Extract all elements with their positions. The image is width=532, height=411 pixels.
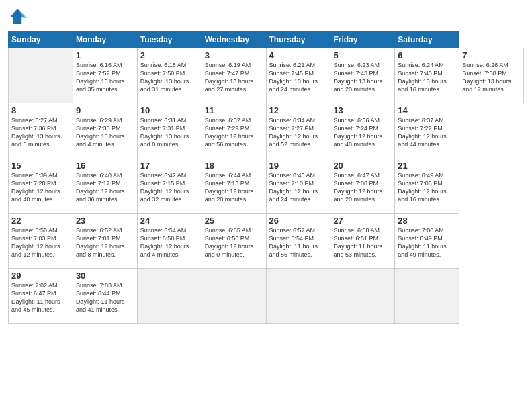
day-cell-15: 15Sunrise: 6:39 AMSunset: 7:20 PMDayligh… — [9, 158, 73, 214]
day-cell-24: 24Sunrise: 6:54 AMSunset: 6:58 PMDayligh… — [137, 214, 202, 269]
day-number: 1 — [76, 50, 134, 60]
empty-cell — [137, 269, 202, 324]
cell-info: Sunrise: 7:00 AMSunset: 6:49 PMDaylight:… — [398, 227, 447, 258]
cell-info: Sunrise: 6:58 AMSunset: 6:51 PMDaylight:… — [333, 227, 382, 258]
day-cell-21: 21Sunrise: 6:49 AMSunset: 7:05 PMDayligh… — [395, 158, 459, 214]
day-cell-11: 11Sunrise: 6:32 AMSunset: 7:29 PMDayligh… — [202, 103, 266, 158]
day-cell-8: 8Sunrise: 6:27 AMSunset: 7:36 PMDaylight… — [9, 103, 73, 158]
day-cell-16: 16Sunrise: 6:40 AMSunset: 7:17 PMDayligh… — [73, 158, 137, 214]
cell-info: Sunrise: 6:29 AMSunset: 7:33 PMDaylight:… — [76, 117, 125, 148]
cell-info: Sunrise: 6:21 AMSunset: 7:45 PMDaylight:… — [269, 62, 318, 93]
calendar-week-4: 22Sunrise: 6:50 AMSunset: 7:03 PMDayligh… — [9, 214, 524, 269]
cell-info: Sunrise: 6:26 AMSunset: 7:38 PMDaylight:… — [462, 62, 511, 93]
cell-info: Sunrise: 6:34 AMSunset: 7:27 PMDaylight:… — [269, 117, 318, 148]
cell-info: Sunrise: 6:40 AMSunset: 7:17 PMDaylight:… — [76, 172, 125, 203]
weekday-header-tuesday: Tuesday — [137, 32, 202, 48]
calendar-table: SundayMondayTuesdayWednesdayThursdayFrid… — [8, 31, 524, 324]
cell-info: Sunrise: 6:42 AMSunset: 7:15 PMDaylight:… — [140, 172, 189, 203]
day-number: 17 — [140, 161, 199, 171]
day-number: 30 — [76, 271, 134, 281]
logo — [8, 7, 30, 26]
day-number: 9 — [76, 105, 134, 116]
day-number: 10 — [140, 105, 199, 116]
weekday-header-row: SundayMondayTuesdayWednesdayThursdayFrid… — [9, 32, 524, 48]
day-number: 28 — [398, 216, 456, 226]
day-cell-18: 18Sunrise: 6:44 AMSunset: 7:13 PMDayligh… — [202, 158, 266, 214]
day-number: 2 — [140, 50, 199, 60]
day-number: 21 — [398, 161, 456, 171]
day-number: 23 — [76, 216, 134, 226]
cell-info: Sunrise: 6:52 AMSunset: 7:01 PMDaylight:… — [76, 227, 125, 258]
cell-info: Sunrise: 6:18 AMSunset: 7:50 PMDaylight:… — [140, 62, 189, 93]
day-cell-12: 12Sunrise: 6:34 AMSunset: 7:27 PMDayligh… — [266, 103, 330, 158]
weekday-header-wednesday: Wednesday — [202, 32, 266, 48]
weekday-header-sunday: Sunday — [9, 32, 73, 48]
weekday-header-thursday: Thursday — [266, 32, 330, 48]
cell-info: Sunrise: 6:44 AMSunset: 7:13 PMDaylight:… — [205, 172, 254, 203]
day-number: 4 — [269, 50, 328, 60]
day-cell-30: 30Sunrise: 7:03 AMSunset: 6:44 PMDayligh… — [73, 269, 137, 324]
cell-info: Sunrise: 6:39 AMSunset: 7:20 PMDaylight:… — [11, 172, 60, 203]
cell-info: Sunrise: 6:36 AMSunset: 7:24 PMDaylight:… — [333, 117, 382, 148]
cell-info: Sunrise: 6:16 AMSunset: 7:52 PMDaylight:… — [76, 62, 125, 93]
cell-info: Sunrise: 6:31 AMSunset: 7:31 PMDaylight:… — [140, 117, 189, 148]
day-cell-5: 5Sunrise: 6:23 AMSunset: 7:43 PMDaylight… — [330, 48, 395, 103]
cell-info: Sunrise: 7:02 AMSunset: 6:47 PMDaylight:… — [11, 282, 60, 313]
day-number: 27 — [333, 216, 392, 226]
day-cell-28: 28Sunrise: 7:00 AMSunset: 6:49 PMDayligh… — [395, 214, 459, 269]
calendar-week-2: 8Sunrise: 6:27 AMSunset: 7:36 PMDaylight… — [9, 103, 524, 158]
day-number: 13 — [333, 105, 392, 116]
cell-info: Sunrise: 6:54 AMSunset: 6:58 PMDaylight:… — [140, 227, 189, 258]
day-number: 7 — [462, 50, 521, 60]
weekday-header-monday: Monday — [73, 32, 137, 48]
day-number: 15 — [11, 161, 70, 171]
day-number: 22 — [11, 216, 70, 226]
empty-cell — [202, 269, 266, 324]
cell-info: Sunrise: 7:03 AMSunset: 6:44 PMDaylight:… — [76, 282, 125, 313]
cell-info: Sunrise: 6:45 AMSunset: 7:10 PMDaylight:… — [269, 172, 318, 203]
cell-info: Sunrise: 6:50 AMSunset: 7:03 PMDaylight:… — [11, 227, 60, 258]
calendar-week-5: 29Sunrise: 7:02 AMSunset: 6:47 PMDayligh… — [9, 269, 524, 324]
cell-info: Sunrise: 6:47 AMSunset: 7:08 PMDaylight:… — [333, 172, 382, 203]
day-number: 16 — [76, 161, 134, 171]
day-cell-9: 9Sunrise: 6:29 AMSunset: 7:33 PMDaylight… — [73, 103, 137, 158]
day-cell-3: 3Sunrise: 6:19 AMSunset: 7:47 PMDaylight… — [202, 48, 266, 103]
day-number: 26 — [269, 216, 328, 226]
day-cell-27: 27Sunrise: 6:58 AMSunset: 6:51 PMDayligh… — [330, 214, 395, 269]
day-number: 3 — [205, 50, 263, 60]
calendar-week-3: 15Sunrise: 6:39 AMSunset: 7:20 PMDayligh… — [9, 158, 524, 214]
cell-info: Sunrise: 6:24 AMSunset: 7:40 PMDaylight:… — [398, 62, 447, 93]
day-number: 20 — [333, 161, 392, 171]
day-cell-17: 17Sunrise: 6:42 AMSunset: 7:15 PMDayligh… — [137, 158, 202, 214]
day-cell-7: 7Sunrise: 6:26 AMSunset: 7:38 PMDaylight… — [459, 48, 524, 103]
day-cell-29: 29Sunrise: 7:02 AMSunset: 6:47 PMDayligh… — [9, 269, 73, 324]
cell-info: Sunrise: 6:57 AMSunset: 6:54 PMDaylight:… — [269, 227, 318, 258]
cell-info: Sunrise: 6:32 AMSunset: 7:29 PMDaylight:… — [205, 117, 254, 148]
day-number: 8 — [11, 105, 70, 116]
empty-cell — [330, 269, 395, 324]
day-cell-6: 6Sunrise: 6:24 AMSunset: 7:40 PMDaylight… — [395, 48, 459, 103]
day-number: 24 — [140, 216, 199, 226]
day-cell-2: 2Sunrise: 6:18 AMSunset: 7:50 PMDaylight… — [137, 48, 202, 103]
logo-icon — [8, 7, 27, 26]
cell-info: Sunrise: 6:19 AMSunset: 7:47 PMDaylight:… — [205, 62, 254, 93]
cell-info: Sunrise: 6:27 AMSunset: 7:36 PMDaylight:… — [11, 117, 60, 148]
day-number: 19 — [269, 161, 328, 171]
day-cell-4: 4Sunrise: 6:21 AMSunset: 7:45 PMDaylight… — [266, 48, 330, 103]
day-cell-13: 13Sunrise: 6:36 AMSunset: 7:24 PMDayligh… — [330, 103, 395, 158]
weekday-header-saturday: Saturday — [395, 32, 459, 48]
cell-info: Sunrise: 6:37 AMSunset: 7:22 PMDaylight:… — [398, 117, 447, 148]
day-cell-19: 19Sunrise: 6:45 AMSunset: 7:10 PMDayligh… — [266, 158, 330, 214]
calendar-week-1: 1Sunrise: 6:16 AMSunset: 7:52 PMDaylight… — [9, 48, 524, 103]
empty-cell — [395, 269, 459, 324]
weekday-header-friday: Friday — [330, 32, 395, 48]
day-number: 11 — [205, 105, 263, 116]
day-cell-1: 1Sunrise: 6:16 AMSunset: 7:52 PMDaylight… — [73, 48, 137, 103]
day-number: 6 — [398, 50, 456, 60]
day-cell-20: 20Sunrise: 6:47 AMSunset: 7:08 PMDayligh… — [330, 158, 395, 214]
cell-info: Sunrise: 6:23 AMSunset: 7:43 PMDaylight:… — [333, 62, 382, 93]
day-number: 12 — [269, 105, 328, 116]
day-cell-22: 22Sunrise: 6:50 AMSunset: 7:03 PMDayligh… — [9, 214, 73, 269]
cell-info: Sunrise: 6:49 AMSunset: 7:05 PMDaylight:… — [398, 172, 447, 203]
day-number: 5 — [333, 50, 392, 60]
